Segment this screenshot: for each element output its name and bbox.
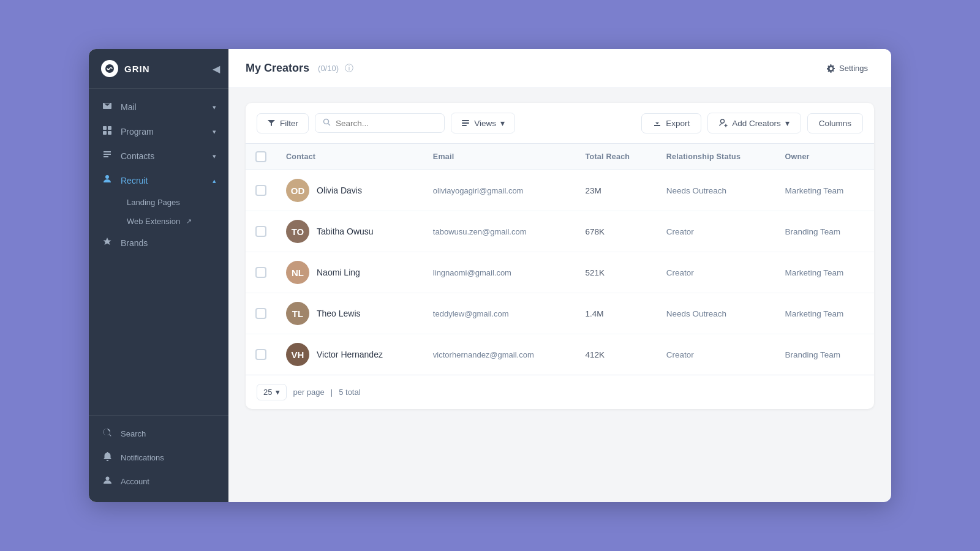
per-page-value: 25 xyxy=(263,388,272,397)
row-checkbox-1[interactable] xyxy=(255,185,266,196)
add-creators-button[interactable]: Add Creators ▾ xyxy=(707,113,801,133)
status-value: Creator xyxy=(666,227,694,236)
sidebar-item-recruit[interactable]: Recruit ▴ xyxy=(89,168,228,193)
row-owner-cell: Branding Team xyxy=(775,334,874,375)
filter-icon xyxy=(267,119,276,127)
row-owner-cell: Marketing Team xyxy=(775,252,874,293)
avatar: TO xyxy=(286,220,309,243)
sidebar-item-brands[interactable]: Brands xyxy=(89,231,228,255)
sidebar-item-contacts[interactable]: Contacts ▾ xyxy=(89,144,228,168)
row-checkbox-cell xyxy=(246,252,276,293)
recruit-arrow-icon: ▴ xyxy=(213,177,216,185)
sidebar-item-mail[interactable]: Mail ▾ xyxy=(89,95,228,119)
page-title: My Creators xyxy=(246,62,309,75)
table-row: OD Olivia Davis oliviayogagirl@gmail.com… xyxy=(246,170,874,211)
svg-rect-7 xyxy=(462,120,469,121)
pagination-divider: | xyxy=(331,388,333,397)
svg-rect-8 xyxy=(462,122,469,124)
row-reach-cell: 1.4M xyxy=(576,293,657,334)
email-value: lingnaomi@gmail.com xyxy=(433,268,511,277)
sidebar-item-recruit-label: Recruit xyxy=(121,176,148,186)
info-icon[interactable]: ⓘ xyxy=(345,63,353,74)
sidebar-item-landing-pages[interactable]: Landing Pages xyxy=(121,193,228,212)
table-body: OD Olivia Davis oliviayogagirl@gmail.com… xyxy=(246,170,874,375)
filter-button[interactable]: Filter xyxy=(257,113,309,133)
select-all-checkbox[interactable] xyxy=(255,151,266,162)
mail-icon xyxy=(101,101,113,113)
sidebar-footer: Search Notifications Account xyxy=(89,415,228,502)
sidebar-notifications-label: Notifications xyxy=(121,453,164,462)
row-checkbox-4[interactable] xyxy=(255,308,266,319)
table-container: Filter Views ▾ xyxy=(228,88,891,502)
row-contact-cell: TL Theo Lewis xyxy=(276,293,423,334)
row-status-cell: Creator xyxy=(657,252,775,293)
table-header-relationship-status: Relationship Status xyxy=(657,144,775,170)
sidebar-nav: Mail ▾ Program ▾ Contacts ▾ xyxy=(89,89,228,415)
brands-icon xyxy=(101,237,113,249)
sidebar-item-account[interactable]: Account xyxy=(89,470,228,493)
toolbar: Filter Views ▾ xyxy=(246,103,874,144)
avatar: OD xyxy=(286,179,309,202)
views-button[interactable]: Views ▾ xyxy=(451,113,515,133)
sidebar-search-label: Search xyxy=(121,429,146,438)
search-box xyxy=(315,113,445,133)
status-value: Creator xyxy=(666,350,694,359)
recruit-icon xyxy=(101,174,113,187)
email-value: teddylew@gmail.com xyxy=(433,309,509,318)
table-row: VH Victor Hernandez victorhernandez@gmai… xyxy=(246,334,874,375)
table-header-owner: Owner xyxy=(775,144,874,170)
row-email-cell: lingnaomi@gmail.com xyxy=(423,252,576,293)
filter-label: Filter xyxy=(280,119,298,128)
table-header-total-reach: Total Reach xyxy=(576,144,657,170)
row-checkbox-3[interactable] xyxy=(255,267,266,278)
row-status-cell: Creator xyxy=(657,334,775,375)
row-email-cell: teddylew@gmail.com xyxy=(423,293,576,334)
export-icon xyxy=(653,119,662,127)
owner-value: Marketing Team xyxy=(785,186,844,195)
row-reach-cell: 23M xyxy=(576,170,657,211)
search-input[interactable] xyxy=(336,119,437,128)
sidebar-item-mail-label: Mail xyxy=(121,102,137,112)
sidebar-item-web-extension[interactable]: Web Extension ↗ xyxy=(121,212,228,231)
owner-value: Marketing Team xyxy=(785,309,844,318)
settings-button[interactable]: Settings xyxy=(821,60,874,77)
contact-name: Theo Lewis xyxy=(317,309,361,318)
export-button[interactable]: Export xyxy=(641,113,701,133)
row-reach-cell: 521K xyxy=(576,252,657,293)
row-checkbox-cell xyxy=(246,211,276,252)
reach-value: 412K xyxy=(586,350,605,359)
row-checkbox-5[interactable] xyxy=(255,349,266,360)
row-owner-cell: Marketing Team xyxy=(775,170,874,211)
row-checkbox-2[interactable] xyxy=(255,226,266,237)
columns-button[interactable]: Columns xyxy=(807,113,863,133)
row-owner-cell: Marketing Team xyxy=(775,293,874,334)
views-arrow-icon: ▾ xyxy=(500,118,505,128)
columns-label: Columns xyxy=(819,119,851,128)
search-icon-wrap xyxy=(323,118,331,128)
external-link-icon: ↗ xyxy=(186,217,192,225)
views-icon xyxy=(461,119,470,127)
main-content: My Creators (0/10) ⓘ Settings Filter xyxy=(228,49,891,502)
sidebar-item-search[interactable]: Search xyxy=(89,422,228,446)
notifications-icon xyxy=(101,452,113,463)
sidebar-item-program[interactable]: Program ▾ xyxy=(89,119,228,144)
row-checkbox-cell xyxy=(246,293,276,334)
svg-point-10 xyxy=(721,119,725,123)
reach-value: 678K xyxy=(586,227,605,236)
sidebar: GRIN ◀ Mail ▾ Program ▾ xyxy=(89,49,228,502)
row-email-cell: tabowusu.zen@gmail.com xyxy=(423,211,576,252)
per-page-select[interactable]: 25 ▾ xyxy=(257,384,287,400)
svg-rect-1 xyxy=(103,126,107,130)
sidebar-item-notifications[interactable]: Notifications xyxy=(89,446,228,470)
settings-icon xyxy=(827,64,835,73)
reach-value: 1.4M xyxy=(586,309,604,318)
sidebar-item-contacts-label: Contacts xyxy=(121,151,154,161)
table-header-contact: Contact xyxy=(276,144,423,170)
reach-value: 23M xyxy=(586,186,601,195)
row-reach-cell: 412K xyxy=(576,334,657,375)
sidebar-collapse-icon[interactable]: ◀ xyxy=(213,63,220,75)
main-header: My Creators (0/10) ⓘ Settings xyxy=(228,49,891,88)
row-owner-cell: Branding Team xyxy=(775,211,874,252)
views-label: Views xyxy=(474,119,496,128)
pagination-row: 25 ▾ per page | 5 total xyxy=(246,375,874,409)
